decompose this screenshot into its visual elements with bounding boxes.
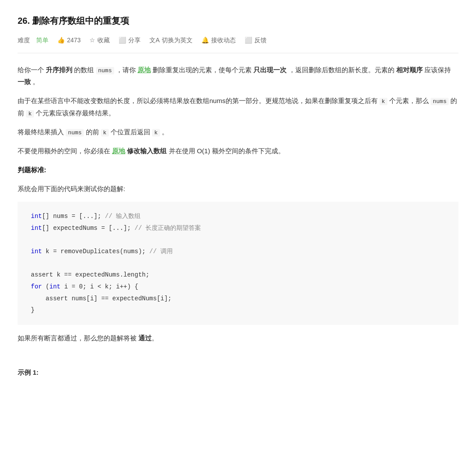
share-icon: ⬜ [119, 35, 126, 46]
para4: 不要使用额外的空间，你必须在 原地 修改输入数组 并在使用 O(1) 额外空间的… [18, 145, 458, 157]
code-line-7: } [31, 304, 445, 316]
switch-lang-button[interactable]: 文A 切换为英文 [149, 35, 193, 46]
bold-modify: 修改输入数组 [127, 147, 167, 155]
code-k-3: k [101, 129, 109, 137]
thumbs-up-icon: 👍 [57, 35, 65, 46]
pass-bold: 通过 [138, 334, 152, 342]
share-button[interactable]: ⬜ 分享 [119, 35, 141, 46]
example-heading: 示例 1: [18, 366, 458, 378]
bold-inplace-1: 原地 [138, 66, 151, 74]
code-k-1: k [379, 98, 387, 105]
code-nums-1: nums [96, 67, 114, 74]
bell-icon: 🔔 [201, 35, 209, 46]
page-container: 26. 删除有序数组中的重复项 难度 简单 👍 2473 ☆ 收藏 ⬜ 分享 文… [0, 0, 476, 403]
difficulty-label: 难度 简单 [18, 35, 48, 46]
para-pass: 如果所有断言都通过，那么您的题解将被 通过。 [18, 332, 458, 344]
judge-desc: 系统会用下面的代码来测试你的题解: [18, 183, 458, 195]
para1: 给你一个 升序排列 的数组 nums ，请你 原地 删除重复出现的元素，使每个元… [18, 64, 458, 88]
bold-relative-order: 相对顺序 [396, 66, 423, 74]
code-k-2: k [26, 110, 34, 118]
translate-icon: 文A [149, 35, 160, 46]
collect-button[interactable]: ☆ 收藏 [89, 35, 110, 46]
toolbar: 难度 简单 👍 2473 ☆ 收藏 ⬜ 分享 文A 切换为英文 🔔 接收动态 ⬜… [18, 35, 458, 53]
para2: 由于在某些语言中不能改变数组的长度，所以必须将结果放在数组nums的第一部分。更… [18, 95, 458, 119]
feedback-icon: ⬜ [245, 35, 252, 46]
code-line-5: for (int i = 0; i < k; i++) { [31, 281, 445, 293]
code-line-4: assert k == expectedNums.length; [31, 269, 445, 281]
bold-once: 只出现一次 [253, 66, 286, 74]
difficulty-value: 简单 [36, 35, 48, 46]
feedback-button[interactable]: ⬜ 反馈 [245, 35, 267, 46]
likes-button[interactable]: 👍 2473 [57, 35, 81, 46]
bold-ascending: 升序排列 [46, 66, 72, 74]
code-nums-3: nums [66, 129, 84, 137]
code-line-2: int[] expectedNums = [...]; // 长度正确的期望答案 [31, 222, 445, 234]
bold-consistent: 一致 [18, 78, 31, 85]
code-line-1: int[] nums = [...]; // 输入数组 [31, 210, 445, 222]
code-line-3: int k = removeDuplicates(nums); // 调用 [31, 246, 445, 258]
content-section: 给你一个 升序排列 的数组 nums ，请你 原地 删除重复出现的元素，使每个元… [18, 64, 458, 378]
code-nums-2: nums [431, 98, 449, 105]
star-icon: ☆ [89, 35, 95, 46]
subscribe-button[interactable]: 🔔 接收动态 [201, 35, 236, 46]
judge-heading: 判题标准: [18, 164, 458, 176]
code-line-6: assert nums[i] == expectedNums[i]; [31, 293, 445, 305]
problem-title: 26. 删除有序数组中的重复项 [18, 13, 458, 28]
code-k-4: k [152, 129, 160, 137]
code-block: int[] nums = [...]; // 输入数组 int[] expect… [18, 202, 458, 325]
para3: 将最终结果插入 nums 的前 k 个位置后返回 k 。 [18, 126, 458, 138]
bold-inplace-2: 原地 [112, 147, 125, 155]
